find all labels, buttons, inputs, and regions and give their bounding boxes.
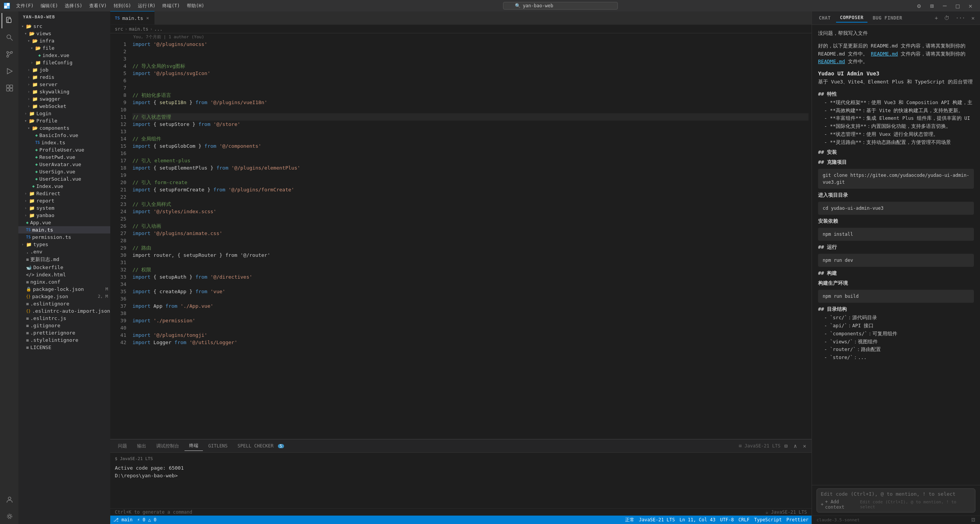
status-cursor[interactable]: Ln 11, Col 43 [679,517,715,522]
status-prettier[interactable]: Prettier [786,517,808,522]
sidebar-item-ResetPwd.vue[interactable]: ◆ResetPwd.vue [18,153,110,161]
menu-view[interactable]: 查看(V) [86,2,110,10]
status-java[interactable]: JavaSE-21 LTS [639,517,675,522]
activity-source-control[interactable] [2,47,17,62]
breadcrumb-ellipsis[interactable]: ... [154,26,163,32]
menu-select[interactable]: 选择(S) [62,2,85,10]
sidebar-item-.eslintignore[interactable]: ≡.eslintignore [18,300,110,307]
status-errors[interactable]: ⚡ 0 △ 0 [137,517,157,522]
add-context-btn[interactable]: + + Add context [821,499,860,510]
sidebar-item-skywalking[interactable]: ›📁skywalking [18,88,110,95]
minimize-btn[interactable]: ─ [939,1,951,11]
sidebar-item-.prettierignore[interactable]: ≡.prettierignore [18,329,110,336]
sidebar-item-App.vue[interactable]: ◆App.vue [18,219,110,226]
sidebar-item-index.vue-2[interactable]: ◆Index.vue [18,183,110,190]
sidebar-item-.eslintrc-auto-import.json[interactable]: {}.eslintrc-auto-import.json [18,307,110,315]
maximize-btn[interactable]: □ [952,1,964,11]
menu-terminal[interactable]: 终端(T) [159,2,183,10]
sidebar-item-server[interactable]: ›📁server [18,81,110,88]
copilot-clock-btn[interactable]: ⏱ [942,14,952,22]
editor-container[interactable]: 1234567891011121314151617181920212223242… [110,41,812,439]
sidebar-item-system[interactable]: ›📁system [18,204,110,212]
sidebar-item-infra[interactable]: ▾📂infra [18,37,110,44]
sidebar-item-package-lock.json[interactable]: 🔒package-lock.jsonM [18,286,110,293]
sidebar-item-src[interactable]: ▾📂src [18,23,110,30]
sidebar-item-index.html[interactable]: </>index.html [18,271,110,278]
menu-edit[interactable]: 编辑(E) [38,2,61,10]
panel-tab-problems[interactable]: 问题 [113,441,132,451]
image-icon[interactable]: 🖼 [971,517,975,522]
breadcrumb-file[interactable]: main.ts [129,26,149,32]
activity-search[interactable] [2,30,17,45]
close-btn[interactable]: ✕ [965,1,976,11]
tab-bug-finder[interactable]: BUG FINDER [869,14,906,22]
panel-close-btn[interactable]: ✕ [801,442,808,450]
sidebar-item-components[interactable]: ▾📂components [18,124,110,132]
status-encoding[interactable]: 正常 [625,517,634,523]
menu-help[interactable]: 帮助(H) [184,2,207,10]
sidebar-item-Profile[interactable]: ▾📂Profile [18,117,110,124]
search-box[interactable]: 🔍 yan-bao-web [503,2,618,10]
sidebar-item-index.ts[interactable]: TSindex.ts [18,139,110,146]
terminal-area[interactable]: $ JavaSE-21 LTS Active code page: 65001 … [110,453,812,508]
panel-tab-output[interactable]: 输出 [132,441,151,451]
sidebar-item-index.vue-1[interactable]: ◆index.vue [18,52,110,59]
sidebar-item-swagger[interactable]: ›📁swagger [18,95,110,103]
sidebar-item-Login[interactable]: ›📁Login [18,110,110,117]
panel-tab-debug[interactable]: 调试控制台 [152,441,184,451]
sidebar-item-package.json[interactable]: {}package.json2, M [18,293,110,300]
sidebar-item-.env[interactable]: ..env [18,248,110,255]
breadcrumb-src[interactable]: src [115,26,123,32]
readme-link-2[interactable]: README.md [818,59,845,64]
sidebar-item-更新日志.md[interactable]: ≡更新日志.md [18,255,110,264]
menu-run[interactable]: 运行(R) [135,2,158,10]
copilot-close-btn[interactable]: ✕ [969,14,977,22]
sidebar-item-Redirect[interactable]: ›📁Redirect [18,190,110,197]
sidebar-item-ProfileUser.vue[interactable]: ◆ProfileUser.vue [18,146,110,153]
tab-composer[interactable]: COMPOSER [836,13,867,23]
menu-file[interactable]: 文件(F) [13,2,37,10]
sidebar-item-redis[interactable]: ›📁redis [18,73,110,81]
status-lang[interactable]: TypeScript [754,517,782,522]
sidebar-item-permission.ts[interactable]: TSpermission.ts [18,233,110,241]
settings-btn[interactable]: ⚙ [913,1,925,11]
chat-input[interactable] [821,491,971,497]
sidebar-item-Dockerfile[interactable]: 🐋Dockerfile [18,264,110,271]
menu-goto[interactable]: 转到(G) [111,2,134,10]
sidebar-item-LICENSE[interactable]: ≡LICENSE [18,344,110,351]
activity-explorer[interactable] [2,13,17,28]
activity-accounts[interactable] [2,492,17,507]
panel-tab-gitlens[interactable]: GITLENS [204,442,232,450]
panel-split-btn[interactable]: ⊟ [782,442,790,450]
copilot-more-btn[interactable]: ··· [953,14,967,22]
sidebar-item-UserAvatar.vue[interactable]: ◆UserAvatar.vue [18,161,110,168]
sidebar-item-nginx.conf[interactable]: ≡nginx.conf [18,278,110,286]
sidebar-item-file[interactable]: ▾📂file [18,44,110,52]
sidebar-item-.gitignore[interactable]: ≡.gitignore [18,322,110,329]
code-area[interactable]: import '@/plugins/unocss'// 导入全局的svg图标im… [129,41,812,439]
sidebar-item-report[interactable]: ›📁report [18,197,110,204]
sidebar-item-fileConfig[interactable]: ›📁fileConfig [18,59,110,66]
sidebar-item-.stylelintignore[interactable]: ≡.stylelintignore [18,336,110,344]
status-charset[interactable]: UTF-8 [720,517,734,522]
panel-expand-btn[interactable]: ∧ [791,442,799,450]
activity-settings[interactable] [2,509,17,524]
status-eol[interactable]: CRLF [738,517,750,522]
readme-link-1[interactable]: README.md [871,51,898,57]
sidebar-item-BasicInfo.vue[interactable]: ◆BasicInfo.vue [18,132,110,139]
sidebar-item-.eslintrc.js[interactable]: ≡.eslintrc.js [18,315,110,322]
panel-tab-terminal[interactable]: 终端 [185,441,203,451]
sidebar-item-types[interactable]: ›📁types [18,241,110,248]
menu-bar[interactable]: 文件(F) 编辑(E) 选择(S) 查看(V) 转到(G) 运行(R) 终端(T… [13,2,207,10]
tab-close-btn[interactable]: ✕ [145,15,150,21]
panel-tab-spell[interactable]: SPELL CHECKER 5 [233,442,289,450]
activity-run[interactable] [2,64,17,79]
copilot-add-btn[interactable]: + [933,14,940,22]
tab-main-ts[interactable]: TS main.ts ✕ [110,11,155,24]
sidebar-item-yanbao[interactable]: ›📁yanbao [18,212,110,219]
sidebar-item-UserSign.vue[interactable]: ◆UserSign.vue [18,168,110,175]
activity-extensions[interactable] [2,80,17,96]
layout-btn[interactable]: ⊞ [926,1,938,11]
sidebar-item-views[interactable]: ▾📂views [18,30,110,37]
sidebar-item-UserSocial.vue[interactable]: ◆UserSocial.vue [18,175,110,183]
